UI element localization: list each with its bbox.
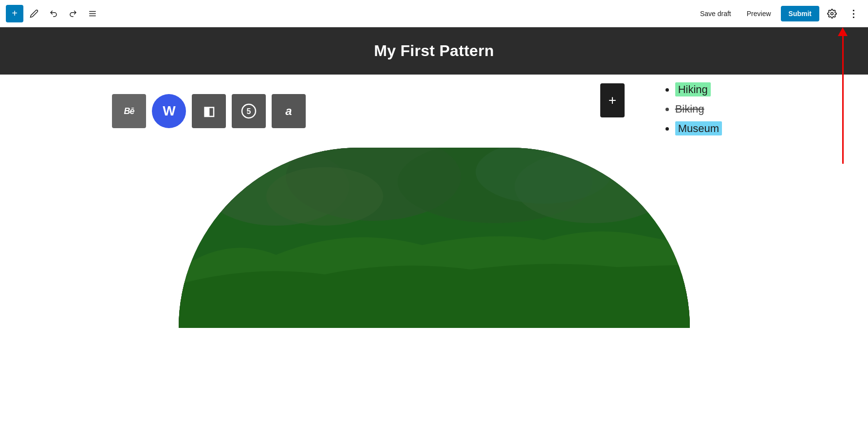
redo-button[interactable] (64, 5, 82, 22)
list-view-button[interactable] (84, 5, 101, 22)
add-block-floating-button[interactable]: + (600, 83, 625, 117)
svg-rect-13 (179, 148, 690, 328)
toolbar-right: Save draft Preview Submit ⋮ (694, 5, 862, 22)
pen-icon-button[interactable] (25, 5, 43, 22)
content-section: Bē W ◧ 5 a + Hiking Biking (0, 75, 868, 328)
more-icon: ⋮ (849, 8, 858, 19)
landscape-svg (179, 148, 690, 328)
behance-icon[interactable]: Bē (112, 94, 146, 128)
editor-area: My First Pattern Bē W ◧ 5 a + Hiking (0, 27, 868, 421)
add-block-button[interactable]: + (6, 5, 23, 22)
amazon-icon[interactable]: a (272, 94, 306, 128)
list-icon (88, 9, 97, 18)
svg-point-7 (203, 148, 349, 226)
list-section: Hiking Biking Museum (664, 83, 722, 142)
museum-item[interactable]: Museum (675, 121, 722, 135)
list-item: Museum (675, 122, 722, 135)
redo-icon (69, 9, 77, 18)
undo-icon (49, 9, 58, 18)
svg-point-8 (286, 148, 461, 221)
more-options-button[interactable]: ⋮ (845, 5, 862, 22)
landscape-image (179, 148, 690, 328)
toolbar-left: + (6, 5, 692, 22)
settings-button[interactable] (823, 5, 841, 22)
svg-rect-6 (179, 148, 690, 328)
social-icons-row: Bē W ◧ 5 a (0, 84, 868, 138)
svg-point-9 (398, 148, 592, 223)
list-item: Hiking (675, 83, 722, 96)
activity-list: Hiking Biking Museum (664, 83, 722, 135)
wordpress-icon[interactable]: W (152, 94, 186, 128)
pattern-header: My First Pattern (0, 27, 868, 75)
toolbar: + Save draft Previ (0, 0, 868, 27)
plus-icon: + (609, 93, 616, 108)
bandcamp-icon[interactable]: ◧ (192, 94, 226, 128)
svg-point-12 (476, 148, 612, 204)
hiking-item[interactable]: Hiking (675, 82, 711, 96)
svg-text:5: 5 (247, 107, 251, 115)
biking-item[interactable]: Biking (675, 103, 704, 115)
500px-icon[interactable]: 5 (232, 94, 266, 128)
undo-button[interactable] (45, 5, 62, 22)
list-item: Biking (675, 103, 722, 115)
svg-point-10 (515, 150, 670, 223)
preview-button[interactable]: Preview (741, 7, 777, 20)
svg-point-11 (266, 167, 383, 226)
page-title: My First Pattern (374, 42, 494, 59)
svg-point-3 (831, 12, 833, 15)
pen-icon (30, 9, 38, 18)
save-draft-button[interactable]: Save draft (694, 7, 737, 20)
submit-button[interactable]: Submit (781, 6, 819, 21)
arch-image (179, 148, 690, 328)
settings-icon (827, 9, 837, 19)
